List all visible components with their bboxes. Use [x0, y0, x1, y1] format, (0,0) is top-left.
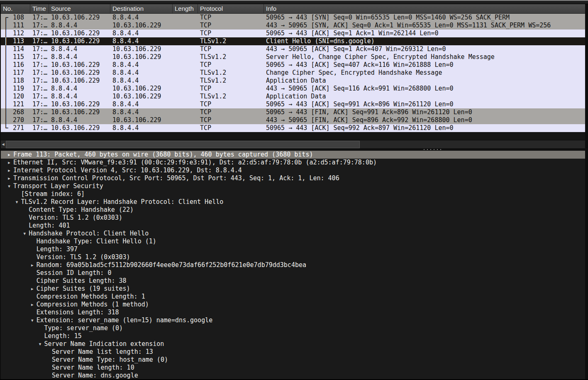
packet-row[interactable]: │ 121 17:… 10.63.106.229 8.8.4.4 TCP 509…: [1, 101, 585, 108]
detail-row[interactable]: Cipher Suites Length: 38: [1, 277, 585, 285]
packet-row[interactable]: │ 114 17:… 8.8.4.4 10.63.106.229 TCP 443…: [1, 45, 585, 53]
detail-row[interactable]: Server Name Type: host_name (0): [1, 356, 585, 364]
detail-row[interactable]: Length: 397: [1, 245, 585, 253]
detail-row[interactable]: Length: 401: [1, 222, 585, 230]
detail-row[interactable]: ▸ Cipher Suites (19 suites): [1, 285, 585, 293]
horizontal-scrollbar[interactable]: ◀: [1, 140, 585, 148]
detail-row[interactable]: ▾ Extension: server_name (len=15) name=d…: [1, 316, 585, 324]
packet-row[interactable]: │ 270 17:… 8.8.4.4 10.63.106.229 TCP 443…: [1, 116, 585, 124]
expand-arrow-icon[interactable]: [20, 206, 29, 214]
packet-protocol: TLSv1.2: [198, 77, 264, 85]
packet-row[interactable]: │ 118 17:… 10.63.106.229 8.8.4.4 TLSv1.2…: [1, 77, 585, 85]
packet-row[interactable]: │ 116 17:… 10.63.106.229 8.8.4.4 TCP 509…: [1, 61, 585, 69]
expand-arrow-icon[interactable]: ▸: [28, 261, 37, 269]
expand-arrow-icon[interactable]: ▸: [5, 151, 13, 159]
detail-row[interactable]: ▸ Transmission Control Protocol, Src Por…: [1, 174, 585, 182]
splitter-grip-icon[interactable]: [424, 149, 443, 150]
detail-row[interactable]: Length: 15: [1, 332, 585, 340]
packet-info: Server Hello, Change Cipher Spec, Encryp…: [264, 53, 585, 61]
expand-arrow-icon[interactable]: [36, 324, 44, 332]
packet-number: 120: [11, 93, 30, 101]
expand-arrow-icon[interactable]: ▸: [5, 167, 13, 174]
detail-row[interactable]: Content Type: Handshake (22): [1, 206, 585, 214]
packet-row[interactable]: │ 112 17:… 10.63.106.229 8.8.4.4 TCP 509…: [1, 29, 585, 37]
detail-text: Handshake Protocol: Client Hello: [29, 230, 585, 238]
packet-no-cell: │ 117: [1, 69, 30, 77]
detail-row[interactable]: ▾ Handshake Protocol: Client Hello: [1, 230, 585, 238]
expand-arrow-icon[interactable]: [44, 348, 52, 356]
pane-splitter[interactable]: [0, 148, 588, 150]
scrollbar-thumb[interactable]: [6, 141, 360, 148]
expand-arrow-icon[interactable]: ▸: [28, 285, 37, 293]
detail-row[interactable]: Server Name list length: 13: [1, 348, 585, 356]
packet-row[interactable]: └ 271 17:… 10.63.106.229 8.8.4.4 TCP 509…: [1, 124, 585, 132]
detail-row[interactable]: [Stream index: 6]: [1, 190, 585, 198]
column-header-length[interactable]: Length: [173, 4, 198, 13]
detail-row[interactable]: Version: TLS 1.2 (0x0303): [1, 253, 585, 261]
expand-arrow-icon[interactable]: [28, 277, 37, 285]
packet-length: [173, 101, 198, 108]
packet-time: 17:…: [30, 61, 49, 69]
packet-row[interactable]: │ 119 17:… 8.8.4.4 10.63.106.229 TCP 443…: [1, 85, 585, 93]
expand-arrow-icon[interactable]: ▾: [36, 340, 44, 348]
expand-arrow-icon[interactable]: [28, 245, 37, 253]
packet-row[interactable]: │ 268 17:… 10.63.106.229 8.8.4.4 TCP 509…: [1, 108, 585, 116]
expand-arrow-icon[interactable]: ▸: [5, 174, 13, 182]
detail-row[interactable]: Compression Methods Length: 1: [1, 293, 585, 301]
packet-destination: 10.63.106.229: [110, 53, 173, 61]
detail-row[interactable]: ▸ Frame 113: Packet, 460 bytes on wire (…: [1, 151, 585, 159]
stream-bracket-icon: │: [1, 116, 11, 124]
expand-arrow-icon[interactable]: [36, 332, 44, 340]
expand-arrow-icon[interactable]: ▾: [13, 198, 21, 206]
packet-row[interactable]: │ 120 17:… 8.8.4.4 10.63.106.229 TLSv1.2…: [1, 93, 585, 101]
expand-arrow-icon[interactable]: [28, 253, 37, 261]
scrollbar-left-arrow-icon[interactable]: ◀: [1, 140, 5, 149]
packet-row[interactable]: │ 111 17:… 8.8.4.4 10.63.106.229 TCP 443…: [1, 22, 585, 29]
detail-row[interactable]: Version: TLS 1.2 (0x0303): [1, 214, 585, 222]
column-header-destination[interactable]: Destination: [110, 4, 173, 13]
detail-row[interactable]: ▸ Random: 69a05b1ad5cf5112b902660f4eee0e…: [1, 261, 585, 269]
expand-arrow-icon[interactable]: ▸: [5, 159, 13, 167]
detail-row[interactable]: Handshake Type: Client Hello (1): [1, 238, 585, 245]
expand-arrow-icon[interactable]: [20, 222, 29, 230]
expand-arrow-icon[interactable]: ▸: [28, 301, 37, 309]
column-header-source[interactable]: Source: [49, 4, 110, 13]
expand-arrow-icon[interactable]: [20, 214, 29, 222]
column-header-no[interactable]: No.: [1, 4, 30, 13]
packet-time: 17:…: [30, 69, 49, 77]
detail-row[interactable]: Server Name length: 10: [1, 364, 585, 372]
packet-time: 17:…: [30, 101, 49, 108]
packet-destination: 8.8.4.4: [110, 108, 173, 116]
expand-arrow-icon[interactable]: [44, 372, 52, 380]
column-header-time[interactable]: Time: [30, 4, 49, 13]
wireshark-window: No. Time Source Destination Length Proto…: [0, 0, 588, 380]
detail-row[interactable]: ▾ TLSv1.2 Record Layer: Handshake Protoc…: [1, 198, 585, 206]
expand-arrow-icon[interactable]: [44, 364, 52, 372]
expand-arrow-icon[interactable]: [28, 269, 37, 277]
expand-arrow-icon[interactable]: [28, 293, 37, 301]
detail-row[interactable]: Extensions Length: 318: [1, 309, 585, 316]
column-header-info[interactable]: Info: [264, 4, 585, 13]
expand-arrow-icon[interactable]: ▾: [5, 182, 13, 190]
expand-arrow-icon[interactable]: [28, 309, 37, 316]
detail-row[interactable]: Type: server_name (0): [1, 324, 585, 332]
detail-row[interactable]: ▸ Internet Protocol Version 4, Src: 10.6…: [1, 167, 585, 174]
packet-protocol: TCP: [198, 45, 264, 53]
expand-arrow-icon[interactable]: [13, 190, 21, 198]
detail-row[interactable]: ▸ Ethernet II, Src: VMware_f9:e3:91 (00:…: [1, 159, 585, 167]
detail-row[interactable]: ▾ Transport Layer Security: [1, 182, 585, 190]
packet-row[interactable]: │ 113 17:… 10.63.106.229 8.8.4.4 TLSv1.2…: [1, 37, 585, 45]
packet-protocol: TLSv1.2: [198, 37, 264, 45]
packet-row[interactable]: │ 115 17:… 8.8.4.4 10.63.106.229 TLSv1.2…: [1, 53, 585, 61]
expand-arrow-icon[interactable]: ▾: [28, 316, 37, 324]
expand-arrow-icon[interactable]: ▾: [20, 230, 29, 238]
expand-arrow-icon[interactable]: [28, 238, 37, 245]
column-header-protocol[interactable]: Protocol: [198, 4, 264, 13]
detail-row[interactable]: ▾ Server Name Indication extension: [1, 340, 585, 348]
packet-row[interactable]: │ 117 17:… 10.63.106.229 8.8.4.4 TLSv1.2…: [1, 69, 585, 77]
packet-row[interactable]: ┌ 108 17:… 10.63.106.229 8.8.4.4 TCP 509…: [1, 14, 585, 22]
expand-arrow-icon[interactable]: [44, 356, 52, 364]
detail-row[interactable]: Session ID Length: 0: [1, 269, 585, 277]
detail-row[interactable]: ▸ Compression Methods (1 method): [1, 301, 585, 309]
detail-row[interactable]: Server Name: dns.google: [1, 372, 585, 380]
